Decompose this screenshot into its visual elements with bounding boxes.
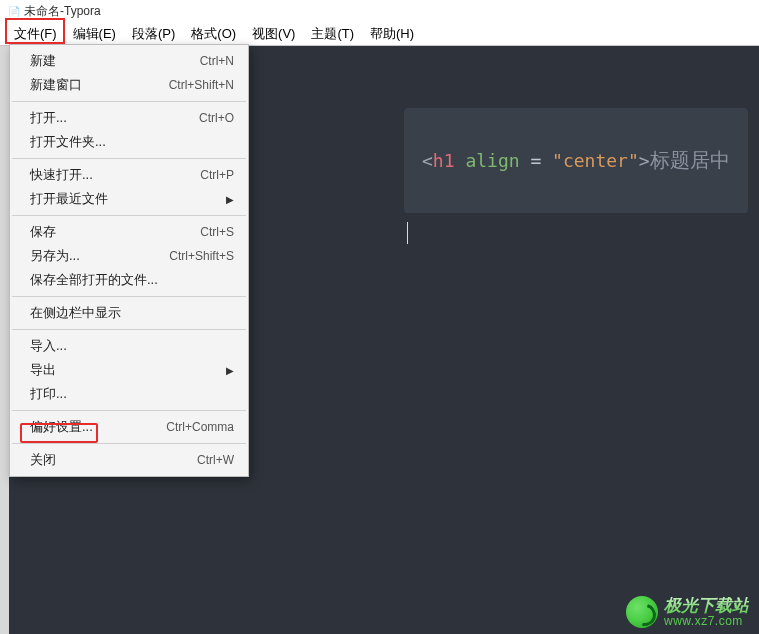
menu-item-shortcut: Ctrl+O — [199, 111, 234, 125]
menu-item-label: 打开文件夹... — [30, 133, 106, 151]
document-icon: 📄 — [8, 6, 18, 16]
menu-separator — [12, 296, 246, 297]
code-attr-value: "center" — [552, 150, 639, 171]
file-menu-item[interactable]: 另存为...Ctrl+Shift+S — [10, 244, 248, 268]
watermark-site-name: 极光下载站 — [664, 597, 749, 615]
menu-item-label: 新建 — [30, 52, 56, 70]
menu-view[interactable]: 视图(V) — [244, 22, 303, 46]
code-close-angle: > — [639, 150, 650, 171]
menu-item-label: 关闭 — [30, 451, 56, 469]
text-cursor — [407, 222, 408, 244]
code-equals: = — [530, 150, 541, 171]
file-menu-item[interactable]: 保存全部打开的文件... — [10, 268, 248, 292]
menu-separator — [12, 158, 246, 159]
menu-format[interactable]: 格式(O) — [183, 22, 244, 46]
code-tag-name: h1 — [433, 150, 455, 171]
file-menu-item[interactable]: 新建窗口Ctrl+Shift+N — [10, 73, 248, 97]
submenu-arrow-icon: ▶ — [226, 194, 234, 205]
menu-help[interactable]: 帮助(H) — [362, 22, 422, 46]
menu-item-label: 保存 — [30, 223, 56, 241]
code-open-angle: < — [422, 150, 433, 171]
menu-separator — [12, 101, 246, 102]
menu-separator — [12, 215, 246, 216]
submenu-arrow-icon: ▶ — [226, 365, 234, 376]
menu-item-label: 导入... — [30, 337, 67, 355]
menu-paragraph[interactable]: 段落(P) — [124, 22, 183, 46]
file-menu-item[interactable]: 偏好设置...Ctrl+Comma — [10, 415, 248, 439]
window-titlebar: 📄 未命名 - Typora — [0, 0, 759, 22]
file-menu-item[interactable]: 保存Ctrl+S — [10, 220, 248, 244]
menu-separator — [12, 443, 246, 444]
menu-item-label: 快速打开... — [30, 166, 93, 184]
menu-item-shortcut: Ctrl+P — [200, 168, 234, 182]
menubar: 文件(F) 编辑(E) 段落(P) 格式(O) 视图(V) 主题(T) 帮助(H… — [0, 22, 759, 46]
file-menu-item[interactable]: 导出▶ — [10, 358, 248, 382]
code-inner-text: 标题居中 — [650, 148, 730, 172]
file-menu-item[interactable]: 关闭Ctrl+W — [10, 448, 248, 472]
menu-item-label: 另存为... — [30, 247, 80, 265]
file-menu-item[interactable]: 在侧边栏中显示 — [10, 301, 248, 325]
file-menu-item[interactable]: 打开最近文件▶ — [10, 187, 248, 211]
file-menu-item[interactable]: 打开文件夹... — [10, 130, 248, 154]
menu-item-label: 打印... — [30, 385, 67, 403]
menu-separator — [12, 410, 246, 411]
menu-theme[interactable]: 主题(T) — [303, 22, 362, 46]
menu-item-shortcut: Ctrl+Shift+N — [169, 78, 234, 92]
watermark-logo-icon — [626, 596, 658, 628]
menu-item-label: 打开最近文件 — [30, 190, 108, 208]
menu-item-label: 导出 — [30, 361, 56, 379]
menu-item-label: 新建窗口 — [30, 76, 82, 94]
menu-item-label: 打开... — [30, 109, 67, 127]
watermark-site-url: www.xz7.com — [664, 615, 749, 628]
menu-item-label: 偏好设置... — [30, 418, 93, 436]
file-menu-item[interactable]: 导入... — [10, 334, 248, 358]
menu-item-shortcut: Ctrl+S — [200, 225, 234, 239]
file-menu-item[interactable]: 打开...Ctrl+O — [10, 106, 248, 130]
menu-item-shortcut: Ctrl+N — [200, 54, 234, 68]
window-title-docname: 未命名 — [24, 3, 60, 20]
menu-file[interactable]: 文件(F) — [6, 22, 65, 46]
menu-separator — [12, 329, 246, 330]
file-menu-item[interactable]: 打印... — [10, 382, 248, 406]
window-title-appname: Typora — [64, 4, 101, 18]
menu-item-shortcut: Ctrl+Comma — [166, 420, 234, 434]
file-menu-dropdown: 新建Ctrl+N新建窗口Ctrl+Shift+N打开...Ctrl+O打开文件夹… — [9, 44, 249, 477]
code-attr-name: align — [465, 150, 519, 171]
file-menu-item[interactable]: 快速打开...Ctrl+P — [10, 163, 248, 187]
file-menu-item[interactable]: 新建Ctrl+N — [10, 49, 248, 73]
watermark: 极光下载站 www.xz7.com — [626, 596, 749, 628]
menu-item-shortcut: Ctrl+Shift+S — [169, 249, 234, 263]
menu-item-label: 保存全部打开的文件... — [30, 271, 158, 289]
menu-edit[interactable]: 编辑(E) — [65, 22, 124, 46]
code-block: <h1 align = "center">标题居中 — [404, 108, 748, 213]
menu-item-label: 在侧边栏中显示 — [30, 304, 121, 322]
menu-item-shortcut: Ctrl+W — [197, 453, 234, 467]
